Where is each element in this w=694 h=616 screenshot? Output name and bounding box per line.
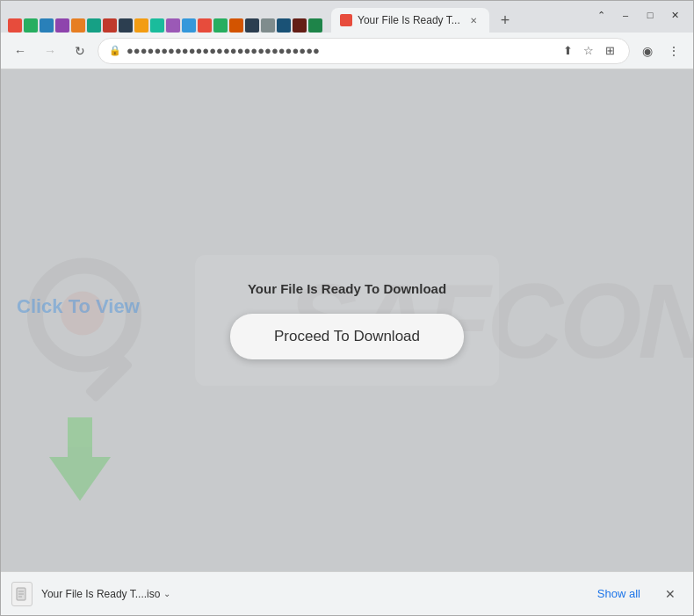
forward-button[interactable]: → — [38, 39, 62, 63]
proceed-to-download-button[interactable]: Proceed To Download — [230, 314, 464, 359]
ext-icon-10[interactable] — [150, 18, 164, 33]
ext-icon-17[interactable] — [261, 18, 275, 33]
extensions-panel-icon[interactable]: ⊞ — [601, 42, 618, 60]
share-icon[interactable]: ⬆ — [559, 42, 576, 60]
content-area: SAFCON Click To View Your File Is Ready … — [1, 69, 693, 571]
profile-button[interactable]: ◉ — [635, 39, 660, 63]
lock-icon: 🔒 — [109, 45, 121, 56]
ext-icon-18[interactable] — [277, 18, 291, 33]
search-circle — [27, 257, 141, 372]
arrow-watermark — [49, 422, 111, 501]
show-all-button[interactable]: Show all — [589, 582, 649, 605]
ext-icon-5[interactable] — [71, 18, 85, 33]
menu-button[interactable]: ⋮ — [661, 39, 686, 63]
search-watermark — [27, 257, 141, 372]
nav-right-icons: ◉ ⋮ — [635, 39, 686, 63]
tab-favicon — [340, 14, 352, 26]
download-filename: Your File Is Ready T....iso — [41, 588, 160, 600]
address-bar[interactable]: 🔒 ●●●●●●●●●●●●●●●●●●●●●●●●●●●● ⬆ ☆ ⊞ — [98, 38, 630, 64]
back-button[interactable]: ← — [8, 39, 33, 63]
tab-close-button[interactable]: ✕ — [466, 13, 481, 27]
ext-icon-9[interactable] — [134, 18, 148, 33]
ext-icon-7[interactable] — [103, 18, 117, 33]
ext-icon-2[interactable] — [24, 18, 38, 33]
window-controls: ⌃ – □ ✕ — [589, 6, 686, 24]
ext-icon-3[interactable] — [40, 18, 54, 33]
download-chevron[interactable]: ⌄ — [163, 589, 170, 598]
ext-icon-11[interactable] — [166, 18, 180, 33]
title-bar: ⌃ – □ ✕ — [1, 1, 693, 33]
minimize-button[interactable]: – — [614, 6, 637, 24]
download-info: Your File Is Ready T....iso ⌄ — [41, 588, 580, 600]
ext-icon-6[interactable] — [87, 18, 101, 33]
reload-button[interactable]: ↻ — [68, 39, 92, 63]
close-button[interactable]: ✕ — [663, 6, 686, 24]
ext-icon-15[interactable] — [229, 18, 243, 33]
ext-icon-4[interactable] — [55, 18, 69, 33]
nav-bar: ← → ↻ 🔒 ●●●●●●●●●●●●●●●●●●●●●●●●●●●● ⬆ ☆… — [1, 33, 693, 69]
download-bar-close-button[interactable]: ✕ — [658, 582, 683, 606]
maximize-button[interactable]: □ — [639, 6, 661, 24]
active-tab[interactable]: Your File Is Ready T... ✕ — [331, 8, 489, 33]
arrow-down — [49, 457, 111, 501]
search-inner — [61, 291, 105, 335]
download-file-icon — [11, 582, 33, 606]
new-tab-button[interactable]: + — [493, 8, 517, 33]
bookmark-icon[interactable]: ☆ — [580, 42, 597, 60]
ready-text: Your File Is Ready To Download — [248, 281, 446, 296]
tabs-container: Your File Is Ready T... ✕ + — [8, 1, 686, 33]
filename-row: Your File Is Ready T....iso ⌄ — [41, 588, 580, 600]
file-svg — [16, 587, 28, 601]
address-text: ●●●●●●●●●●●●●●●●●●●●●●●●●●●● — [127, 44, 553, 57]
download-bar: Your File Is Ready T....iso ⌄ Show all ✕ — [1, 571, 693, 615]
ext-icon-20[interactable] — [308, 18, 322, 33]
ext-icon-8[interactable] — [119, 18, 133, 33]
browser-window: ⌃ – □ ✕ — [0, 0, 694, 616]
ext-icon-19[interactable] — [293, 18, 307, 33]
collapse-button[interactable]: ⌃ — [589, 6, 612, 24]
address-actions: ⬆ ☆ ⊞ — [559, 42, 618, 60]
extension-icons — [8, 18, 322, 33]
tab-title: Your File Is Ready T... — [358, 14, 461, 26]
ext-icon-13[interactable] — [198, 18, 212, 33]
ext-icon-16[interactable] — [245, 18, 259, 33]
ext-icon-1[interactable] — [8, 18, 22, 33]
download-card: Your File Is Ready To Download Proceed T… — [195, 255, 499, 386]
ext-icon-12[interactable] — [182, 18, 196, 33]
ext-icon-14[interactable] — [213, 18, 228, 33]
arrow-stem — [68, 417, 92, 457]
